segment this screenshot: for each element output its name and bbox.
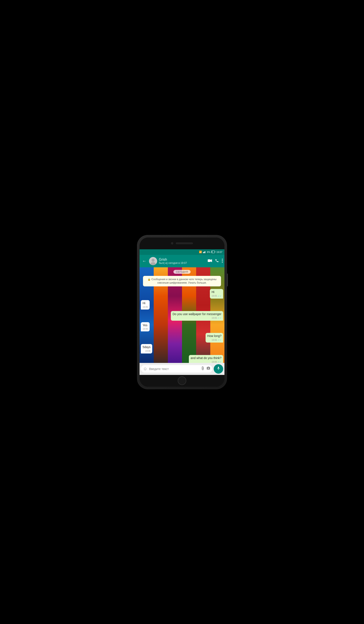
chat-content: СЕГОДНЯ 🔒 Сообщения и звонки в данном ча… bbox=[140, 267, 224, 363]
message-text: How long? bbox=[207, 334, 221, 338]
message-meta: 19:05 ✓✓ bbox=[173, 316, 221, 320]
svg-rect-1 bbox=[204, 252, 205, 253]
signal-icon bbox=[203, 251, 206, 254]
read-receipt-icon: ✓✓ bbox=[218, 316, 221, 320]
message-row: Hi 19:05 ✓✓ bbox=[141, 289, 223, 299]
message-time: 19:06 bbox=[211, 361, 217, 363]
video-call-icon[interactable] bbox=[208, 259, 212, 263]
message-row: Do you use wallpaper for messenger 19:05… bbox=[141, 311, 223, 321]
svg-rect-9 bbox=[208, 259, 210, 262]
message-meta: 19:06 bbox=[143, 328, 148, 331]
input-wrapper: ☺ bbox=[141, 365, 212, 373]
chat-area: СЕГОДНЯ 🔒 Сообщения и звонки в данном ча… bbox=[140, 267, 224, 363]
message-time: 19:05 bbox=[211, 317, 217, 320]
message-time: 19:05 bbox=[211, 294, 217, 298]
svg-rect-5 bbox=[215, 251, 215, 252]
message-bubble: How long? 19:06 ✓✓ bbox=[206, 333, 223, 342]
message-meta: 19:05 bbox=[143, 306, 148, 309]
message-row: How long? 19:06 ✓✓ bbox=[141, 333, 223, 342]
svg-marker-10 bbox=[210, 259, 212, 262]
message-meta: 19:06 ✓✓ bbox=[191, 360, 221, 363]
message-row: Yes 19:06 bbox=[141, 322, 223, 332]
message-bubble: Hi 19:05 ✓✓ bbox=[210, 289, 223, 299]
phone-screen: 📶 8% bbox=[140, 237, 224, 387]
voice-call-icon[interactable] bbox=[215, 259, 219, 263]
svg-point-11 bbox=[222, 259, 223, 260]
message-text: Do you use wallpaper for messenger bbox=[173, 312, 221, 316]
date-badge: СЕГОДНЯ bbox=[173, 270, 191, 274]
encryption-notice: 🔒 Сообщения и звонки в данном чате тепер… bbox=[143, 276, 221, 286]
wifi-icon: 📶 bbox=[199, 251, 202, 253]
message-row: Hi 19:05 bbox=[141, 300, 223, 310]
message-time: 19:06 bbox=[143, 328, 148, 331]
message-meta: 19:05 ✓✓ bbox=[211, 294, 221, 298]
message-bubble: Hi 19:05 bbox=[141, 300, 150, 310]
mic-icon bbox=[216, 366, 220, 371]
message-bubble: Do you use wallpaper for messenger 19:05… bbox=[171, 311, 223, 321]
read-receipt-icon: ✓✓ bbox=[218, 294, 221, 298]
clock: 19:07 bbox=[216, 251, 222, 253]
home-button[interactable] bbox=[178, 376, 186, 385]
svg-rect-4 bbox=[212, 251, 212, 253]
message-row: and what do you think? 19:06 ✓✓ bbox=[141, 355, 223, 363]
phone-top-bar bbox=[140, 237, 224, 249]
message-input[interactable] bbox=[149, 367, 199, 371]
status-bar: 📶 8% bbox=[140, 249, 224, 255]
front-camera bbox=[171, 242, 173, 244]
status-icons: 📶 8% bbox=[199, 251, 222, 254]
app-screen: 📶 8% bbox=[140, 249, 224, 375]
svg-rect-0 bbox=[203, 252, 204, 253]
svg-point-12 bbox=[222, 260, 223, 261]
read-receipt-icon: ✓✓ bbox=[218, 360, 221, 363]
svg-point-13 bbox=[222, 262, 223, 262]
more-options-icon[interactable] bbox=[222, 259, 223, 263]
battery-percent: 8% bbox=[207, 251, 210, 253]
emoji-icon[interactable]: ☺ bbox=[143, 366, 147, 371]
header-icons bbox=[208, 259, 223, 263]
power-button[interactable] bbox=[227, 274, 228, 286]
camera-icon[interactable] bbox=[207, 366, 210, 371]
battery-icon bbox=[211, 251, 215, 254]
input-bar: ☺ bbox=[140, 363, 224, 375]
contact-name: Grish bbox=[159, 258, 206, 261]
chat-header: ← Grish был(-а) сегодня в 19:07 bbox=[140, 255, 224, 267]
message-text: Yes bbox=[143, 323, 148, 327]
phone-bottom-bar bbox=[140, 375, 224, 387]
message-time: 19:05 bbox=[143, 306, 148, 309]
mic-button[interactable] bbox=[214, 364, 223, 374]
read-receipt-icon: ✓✓ bbox=[218, 338, 221, 342]
phone-device: 📶 8% bbox=[137, 235, 227, 389]
message-text: Hi bbox=[211, 290, 214, 294]
contact-avatar[interactable] bbox=[149, 257, 157, 265]
attach-icon[interactable] bbox=[201, 366, 205, 371]
message-bubble: and what do you think? 19:06 ✓✓ bbox=[189, 355, 223, 363]
message-time: 19:06 bbox=[211, 339, 217, 342]
message-meta: 19:06 bbox=[143, 350, 151, 353]
svg-point-7 bbox=[152, 259, 155, 262]
message-time: 19:06 bbox=[145, 350, 151, 353]
message-text: 5days bbox=[143, 345, 151, 349]
message-meta: 19:06 ✓✓ bbox=[207, 338, 221, 342]
message-row: 5days 19:06 bbox=[141, 344, 223, 354]
earpiece-speaker bbox=[176, 242, 193, 244]
contact-info[interactable]: Grish был(-а) сегодня в 19:07 bbox=[159, 258, 206, 264]
message-bubble: 5days 19:06 bbox=[141, 344, 152, 354]
back-button[interactable]: ← bbox=[141, 258, 147, 264]
contact-status: был(-а) сегодня в 19:07 bbox=[159, 261, 206, 264]
message-text: and what do you think? bbox=[191, 356, 221, 360]
message-text: Hi bbox=[143, 301, 145, 305]
message-bubble: Yes 19:06 bbox=[141, 322, 150, 332]
svg-rect-2 bbox=[205, 251, 205, 253]
